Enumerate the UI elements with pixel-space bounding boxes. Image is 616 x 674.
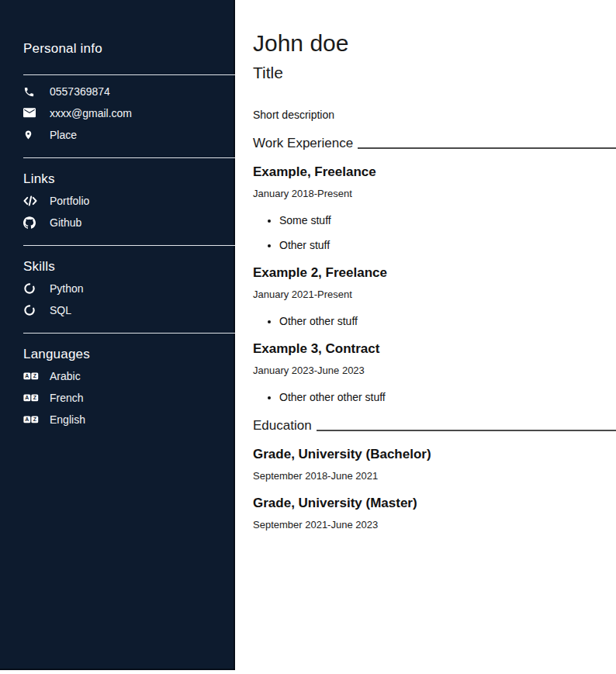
contact-phone-row: 0557369874 — [23, 83, 235, 100]
entry-degree: Grade, University (Bachelor) — [253, 446, 616, 462]
entry-bullet-list: Other other stuff — [253, 315, 616, 328]
email-icon — [23, 107, 39, 120]
education-entry: Grade, University (Master) September 202… — [253, 495, 616, 531]
contact-email-row[interactable]: xxxx@gmail.com — [23, 105, 235, 122]
translate-icon: AZ — [23, 392, 39, 405]
language-row: AZ French — [23, 389, 235, 406]
entry-period: January 2021-Present — [253, 289, 616, 301]
circle-notch-icon — [23, 282, 39, 296]
entry-period: January 2023-June 2023 — [253, 365, 616, 377]
skill-label: SQL — [50, 304, 71, 317]
divider — [23, 333, 235, 334]
short-description: Short description — [253, 109, 616, 122]
entry-role: Example 3, Contract — [253, 340, 616, 357]
education-entry: Grade, University (Bachelor) September 2… — [253, 446, 616, 482]
experience-entry: Example 2, Freelance January 2021-Presen… — [253, 264, 616, 328]
languages-heading: Languages — [23, 346, 235, 363]
github-link-label: Github — [50, 216, 81, 230]
language-label: Arabic — [50, 370, 81, 383]
experience-entry: Example 3, Contract January 2023-June 20… — [253, 340, 616, 404]
link-portfolio[interactable]: Portfolio — [23, 192, 235, 209]
work-experience-heading: Work Experience — [253, 135, 616, 151]
github-icon — [23, 216, 39, 230]
code-icon — [23, 195, 39, 208]
sidebar: Personal info 0557369874 xxxx@gmail.com … — [0, 0, 235, 670]
section-title: Education — [253, 417, 312, 434]
svg-text:A: A — [25, 395, 29, 400]
section-rule — [317, 430, 616, 431]
divider — [23, 157, 235, 158]
section-title: Work Experience — [253, 135, 353, 151]
location-pin-icon — [23, 129, 39, 142]
entry-bullet-list: Some stuff Other stuff — [253, 214, 616, 252]
skills-heading: Skills — [23, 258, 235, 275]
contact-place-row: Place — [23, 126, 235, 143]
entry-role: Example 2, Freelance — [253, 264, 616, 281]
section-rule — [358, 147, 616, 149]
link-github[interactable]: Github — [23, 214, 235, 231]
entry-role: Example, Freelance — [253, 164, 616, 180]
entry-period: September 2021-June 2023 — [253, 519, 616, 531]
entry-degree: Grade, University (Master) — [253, 495, 616, 511]
svg-text:A: A — [25, 416, 29, 422]
language-label: English — [50, 413, 85, 427]
divider — [23, 74, 235, 75]
experience-entry: Example, Freelance January 2018-Present … — [253, 164, 616, 252]
translate-icon: AZ — [23, 370, 39, 383]
svg-text:A: A — [25, 373, 29, 378]
resume-content: John doe Title Short description Work Ex… — [235, 0, 616, 674]
entry-bullet-list: Other other other stuff — [253, 391, 616, 404]
email-address: xxxx@gmail.com — [50, 107, 132, 120]
education-heading: Education — [253, 417, 616, 434]
resume-page: Personal info 0557369874 xxxx@gmail.com … — [0, 0, 616, 674]
job-title: Title — [253, 63, 616, 82]
divider — [23, 245, 235, 246]
bullet-item: Other other stuff — [279, 315, 616, 328]
circle-notch-icon — [23, 304, 39, 317]
links-heading: Links — [23, 171, 235, 188]
skill-row: SQL — [23, 302, 235, 319]
personal-info-heading: Personal info — [23, 40, 235, 57]
skill-label: Python — [50, 282, 84, 296]
entry-period: September 2018-June 2021 — [253, 470, 616, 482]
bullet-item: Other other other stuff — [279, 391, 616, 404]
bullet-item: Some stuff — [279, 214, 616, 227]
phone-icon — [23, 85, 39, 99]
entry-period: January 2018-Present — [253, 188, 616, 200]
place-label: Place — [50, 129, 77, 142]
language-row: AZ Arabic — [23, 368, 235, 385]
skill-row: Python — [23, 280, 235, 297]
language-label: French — [50, 392, 84, 405]
bullet-item: Other stuff — [279, 239, 616, 252]
translate-icon: AZ — [23, 413, 39, 427]
language-row: AZ English — [23, 411, 235, 428]
name-heading: John doe — [253, 29, 616, 57]
phone-number: 0557369874 — [50, 85, 110, 99]
portfolio-link-label: Portfolio — [50, 195, 89, 208]
